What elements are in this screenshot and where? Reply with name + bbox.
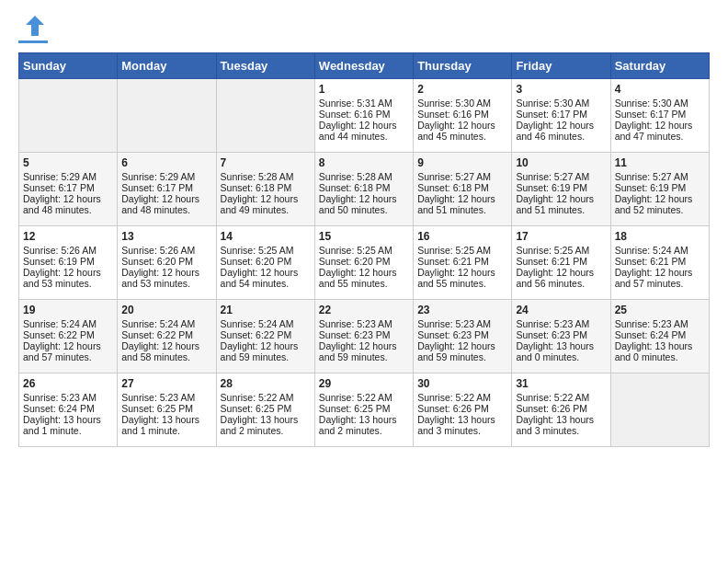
- day-number: 9: [417, 156, 507, 169]
- sunrise-text: Sunrise: 5:23 AM: [516, 318, 606, 329]
- day-number: 2: [417, 83, 507, 96]
- sunset-text: Sunset: 6:17 PM: [121, 182, 211, 193]
- sunrise-text: Sunrise: 5:22 AM: [319, 392, 409, 403]
- calendar-week-row: 5Sunrise: 5:29 AMSunset: 6:17 PMDaylight…: [19, 153, 710, 226]
- day-number: 16: [417, 230, 507, 243]
- day-number: 25: [615, 304, 705, 316]
- daylight-text: Daylight: 12 hours and 45 minutes.: [417, 120, 507, 142]
- calendar-cell: 26Sunrise: 5:23 AMSunset: 6:24 PMDayligh…: [19, 373, 118, 447]
- sunset-text: Sunset: 6:20 PM: [221, 256, 311, 267]
- daylight-text: Daylight: 13 hours and 2 minutes.: [319, 414, 409, 436]
- sunrise-text: Sunrise: 5:23 AM: [417, 318, 507, 329]
- calendar-cell: 30Sunrise: 5:22 AMSunset: 6:26 PMDayligh…: [414, 373, 512, 447]
- page-header: [18, 18, 710, 43]
- sunrise-text: Sunrise: 5:24 AM: [221, 318, 311, 329]
- day-number: 19: [23, 304, 113, 316]
- calendar-cell: 27Sunrise: 5:23 AMSunset: 6:25 PMDayligh…: [118, 373, 216, 447]
- daylight-text: Daylight: 13 hours and 1 minute.: [121, 414, 211, 436]
- calendar-cell: [216, 79, 314, 153]
- daylight-text: Daylight: 13 hours and 3 minutes.: [417, 414, 507, 436]
- calendar-cell: 7Sunrise: 5:28 AMSunset: 6:18 PMDaylight…: [216, 153, 314, 226]
- sunrise-text: Sunrise: 5:23 AM: [121, 392, 211, 403]
- day-number: 13: [121, 230, 211, 243]
- sunrise-text: Sunrise: 5:23 AM: [615, 318, 705, 329]
- sunset-text: Sunset: 6:17 PM: [23, 182, 113, 193]
- daylight-text: Daylight: 12 hours and 56 minutes.: [516, 267, 606, 289]
- calendar-cell: 28Sunrise: 5:22 AMSunset: 6:25 PMDayligh…: [216, 373, 314, 447]
- daylight-text: Daylight: 12 hours and 57 minutes.: [615, 267, 705, 289]
- calendar-cell: 2Sunrise: 5:30 AMSunset: 6:16 PMDaylight…: [414, 79, 512, 153]
- sunset-text: Sunset: 6:23 PM: [417, 329, 507, 340]
- day-number: 8: [319, 156, 409, 169]
- calendar-cell: 22Sunrise: 5:23 AMSunset: 6:23 PMDayligh…: [314, 300, 413, 373]
- calendar-cell: 23Sunrise: 5:23 AMSunset: 6:23 PMDayligh…: [414, 300, 512, 373]
- daylight-text: Daylight: 12 hours and 55 minutes.: [417, 267, 507, 289]
- sunset-text: Sunset: 6:24 PM: [23, 403, 113, 414]
- calendar-cell: 8Sunrise: 5:28 AMSunset: 6:18 PMDaylight…: [314, 153, 413, 226]
- sunset-text: Sunset: 6:21 PM: [417, 256, 507, 267]
- header-cell: Thursday: [414, 53, 512, 79]
- sunset-text: Sunset: 6:26 PM: [417, 403, 507, 414]
- daylight-text: Daylight: 12 hours and 50 minutes.: [319, 193, 409, 215]
- calendar-cell: 13Sunrise: 5:26 AMSunset: 6:20 PMDayligh…: [118, 226, 216, 300]
- day-number: 27: [121, 377, 211, 390]
- calendar-cell: 29Sunrise: 5:22 AMSunset: 6:25 PMDayligh…: [314, 373, 413, 447]
- calendar-cell: 3Sunrise: 5:30 AMSunset: 6:17 PMDaylight…: [512, 79, 610, 153]
- day-number: 15: [319, 230, 409, 243]
- daylight-text: Daylight: 12 hours and 52 minutes.: [615, 193, 705, 215]
- sunrise-text: Sunrise: 5:22 AM: [221, 392, 311, 403]
- daylight-text: Daylight: 12 hours and 57 minutes.: [23, 340, 113, 362]
- calendar-week-row: 1Sunrise: 5:31 AMSunset: 6:16 PMDaylight…: [19, 79, 710, 153]
- sunset-text: Sunset: 6:22 PM: [221, 329, 311, 340]
- header-cell: Wednesday: [314, 53, 413, 79]
- header-cell: Friday: [512, 53, 610, 79]
- calendar-cell: 6Sunrise: 5:29 AMSunset: 6:17 PMDaylight…: [118, 153, 216, 226]
- calendar-cell: 18Sunrise: 5:24 AMSunset: 6:21 PMDayligh…: [610, 226, 709, 300]
- calendar-table: SundayMondayTuesdayWednesdayThursdayFrid…: [18, 52, 710, 447]
- day-number: 14: [221, 230, 311, 243]
- logo: [18, 18, 48, 43]
- sunrise-text: Sunrise: 5:22 AM: [516, 392, 606, 403]
- calendar-week-row: 19Sunrise: 5:24 AMSunset: 6:22 PMDayligh…: [19, 300, 710, 373]
- sunset-text: Sunset: 6:19 PM: [23, 256, 113, 267]
- sunrise-text: Sunrise: 5:29 AM: [121, 171, 211, 182]
- daylight-text: Daylight: 12 hours and 59 minutes.: [417, 340, 507, 362]
- day-number: 23: [417, 304, 507, 316]
- sunrise-text: Sunrise: 5:27 AM: [417, 171, 507, 182]
- calendar-cell: 9Sunrise: 5:27 AMSunset: 6:18 PMDaylight…: [414, 153, 512, 226]
- sunset-text: Sunset: 6:26 PM: [516, 403, 606, 414]
- calendar-cell: 15Sunrise: 5:25 AMSunset: 6:20 PMDayligh…: [314, 226, 413, 300]
- day-number: 28: [221, 377, 311, 390]
- daylight-text: Daylight: 12 hours and 44 minutes.: [319, 120, 409, 142]
- sunrise-text: Sunrise: 5:28 AM: [319, 171, 409, 182]
- sunset-text: Sunset: 6:23 PM: [516, 329, 606, 340]
- svg-marker-0: [26, 16, 44, 36]
- daylight-text: Daylight: 12 hours and 59 minutes.: [319, 340, 409, 362]
- calendar-cell: [118, 79, 216, 153]
- sunrise-text: Sunrise: 5:24 AM: [615, 245, 705, 256]
- header-row: SundayMondayTuesdayWednesdayThursdayFrid…: [19, 53, 710, 79]
- sunset-text: Sunset: 6:21 PM: [516, 256, 606, 267]
- daylight-text: Daylight: 13 hours and 2 minutes.: [221, 414, 311, 436]
- logo-icon: [22, 12, 48, 38]
- sunrise-text: Sunrise: 5:30 AM: [417, 98, 507, 109]
- sunset-text: Sunset: 6:19 PM: [516, 182, 606, 193]
- sunset-text: Sunset: 6:25 PM: [121, 403, 211, 414]
- sunset-text: Sunset: 6:16 PM: [319, 109, 409, 120]
- day-number: 17: [516, 230, 606, 243]
- sunrise-text: Sunrise: 5:22 AM: [417, 392, 507, 403]
- daylight-text: Daylight: 13 hours and 0 minutes.: [615, 340, 705, 362]
- sunrise-text: Sunrise: 5:25 AM: [516, 245, 606, 256]
- day-number: 24: [516, 304, 606, 316]
- sunrise-text: Sunrise: 5:31 AM: [319, 98, 409, 109]
- day-number: 3: [516, 83, 606, 96]
- sunrise-text: Sunrise: 5:28 AM: [221, 171, 311, 182]
- calendar-cell: 17Sunrise: 5:25 AMSunset: 6:21 PMDayligh…: [512, 226, 610, 300]
- sunset-text: Sunset: 6:16 PM: [417, 109, 507, 120]
- calendar-cell: 19Sunrise: 5:24 AMSunset: 6:22 PMDayligh…: [19, 300, 118, 373]
- sunset-text: Sunset: 6:20 PM: [319, 256, 409, 267]
- day-number: 4: [615, 83, 705, 96]
- daylight-text: Daylight: 12 hours and 48 minutes.: [121, 193, 211, 215]
- daylight-text: Daylight: 12 hours and 46 minutes.: [516, 120, 606, 142]
- calendar-cell: 14Sunrise: 5:25 AMSunset: 6:20 PMDayligh…: [216, 226, 314, 300]
